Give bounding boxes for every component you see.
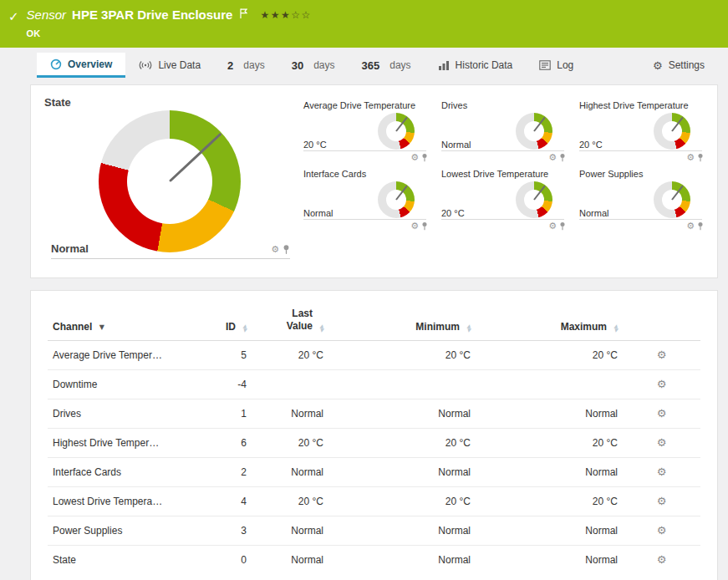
- gauge-tile-interface-cards[interactable]: Interface Cards Normal ⚙: [303, 169, 428, 231]
- gauges-panel: State Normal ⚙ Average Drive Temperature…: [30, 84, 718, 278]
- channel-settings-gear-icon[interactable]: ⚙: [657, 349, 667, 361]
- table-row[interactable]: Drives 1 Normal Normal Normal ⚙: [48, 399, 700, 429]
- cell-channel: Downtime: [48, 370, 198, 399]
- tab-365-days-number: 365: [362, 59, 380, 72]
- historic-data-icon: [438, 60, 450, 70]
- pin-icon[interactable]: [421, 221, 428, 231]
- cell-channel: Drives: [48, 399, 198, 429]
- column-header-minimum[interactable]: Minimum ▲▼: [328, 294, 476, 341]
- pin-icon[interactable]: [697, 221, 704, 231]
- channel-gauge-value: 20 °C: [441, 208, 465, 218]
- column-header-channel[interactable]: Channel ▼: [48, 294, 198, 341]
- sort-toggle-icon: ▲▼: [613, 323, 618, 332]
- gauge-tile-power-supplies[interactable]: Power Supplies Normal ⚙: [579, 169, 704, 231]
- sensor-status-badge: OK: [27, 28, 312, 38]
- object-type-label: Sensor: [27, 8, 67, 22]
- channels-table-card: Channel ▼ ID ▲▼ Last Value ▲▼ Minimum ▲▼…: [30, 290, 718, 580]
- gauge-settings-gear-icon[interactable]: ⚙: [410, 153, 419, 162]
- page-title: HPE 3PAR Drive Enclosure: [72, 8, 232, 22]
- divider: [303, 150, 426, 151]
- cell-channel: Power Supplies: [48, 516, 198, 546]
- channel-gauge-value: Normal: [303, 208, 333, 218]
- column-header-id[interactable]: ID ▲▼: [198, 294, 252, 341]
- table-row[interactable]: Power Supplies 3 Normal Normal Normal ⚙: [48, 516, 700, 546]
- channel-gauge-label: Power Supplies: [579, 169, 704, 179]
- log-icon: [539, 60, 551, 70]
- column-header-edit: [623, 294, 700, 341]
- table-row[interactable]: Interface Cards 2 Normal Normal Normal ⚙: [48, 458, 700, 487]
- tab-2-days[interactable]: 2 days: [214, 53, 278, 78]
- cell-maximum: Normal: [476, 458, 623, 487]
- gauge-tile-lowest-drive-temperature[interactable]: Lowest Drive Temperature 20 °C ⚙: [441, 169, 566, 231]
- gauge-settings-gear-icon[interactable]: ⚙: [548, 153, 557, 162]
- flag-icon[interactable]: [240, 8, 247, 21]
- channel-settings-gear-icon[interactable]: ⚙: [657, 524, 667, 537]
- channel-settings-gear-icon[interactable]: ⚙: [657, 436, 667, 449]
- table-row[interactable]: Highest Drive Temper… 6 20 °C 20 °C 20 °…: [48, 429, 700, 458]
- column-header-last-value[interactable]: Last Value ▲▼: [252, 294, 328, 341]
- state-gauge-area: Normal ⚙: [44, 97, 295, 266]
- overview-icon: [50, 59, 62, 70]
- channel-gauge-label: Lowest Drive Temperature: [441, 169, 566, 179]
- sensor-header-text: Sensor HPE 3PAR Drive Enclosure ★★★☆☆ OK: [27, 8, 312, 38]
- gauge-tile-highest-drive-temperature[interactable]: Highest Drive Temperature 20 °C ⚙: [579, 100, 704, 162]
- channel-settings-gear-icon[interactable]: ⚙: [657, 553, 667, 566]
- tab-overview[interactable]: Overview: [37, 53, 125, 78]
- cell-channel: Average Drive Temper…: [48, 341, 198, 370]
- cell-id: 2: [198, 458, 252, 487]
- pin-icon[interactable]: [559, 153, 566, 162]
- tab-settings[interactable]: ⚙ Settings: [639, 53, 718, 78]
- channel-settings-gear-icon[interactable]: ⚙: [657, 407, 667, 420]
- table-row[interactable]: Lowest Drive Tempera… 4 20 °C 20 °C 20 °…: [48, 487, 700, 516]
- tab-live-data-label: Live Data: [158, 59, 201, 71]
- tab-log-label: Log: [557, 59, 573, 71]
- pin-icon[interactable]: [697, 153, 704, 162]
- tab-365-days-unit: days: [389, 59, 410, 71]
- tab-overview-label: Overview: [68, 59, 112, 70]
- cell-minimum: Normal: [328, 399, 476, 429]
- table-row[interactable]: Average Drive Temper… 5 20 °C 20 °C 20 °…: [48, 341, 700, 370]
- channel-gauge-value: 20 °C: [579, 140, 603, 150]
- sort-toggle-icon: ▲▼: [319, 323, 323, 332]
- channel-gauge-value: 20 °C: [303, 140, 327, 150]
- tab-historic-data[interactable]: Historic Data: [425, 53, 527, 78]
- column-header-maximum[interactable]: Maximum ▲▼: [476, 294, 623, 341]
- pin-icon[interactable]: [283, 244, 290, 255]
- tab-2-days-number: 2: [227, 59, 233, 72]
- gauge-tile-average-drive-temperature[interactable]: Average Drive Temperature 20 °C ⚙: [303, 100, 428, 162]
- cell-maximum: Normal: [476, 546, 623, 575]
- gauge-settings-gear-icon[interactable]: ⚙: [686, 221, 695, 231]
- table-row[interactable]: State 0 Normal Normal Normal ⚙: [48, 546, 700, 575]
- cell-maximum: 20 °C: [476, 429, 623, 458]
- channel-gauge: [378, 113, 415, 150]
- channel-settings-gear-icon[interactable]: ⚙: [657, 378, 667, 390]
- state-gauge: [99, 110, 241, 252]
- divider: [579, 219, 702, 220]
- state-value: Normal: [51, 242, 89, 255]
- gauge-settings-gear-icon[interactable]: ⚙: [686, 153, 695, 162]
- pin-icon[interactable]: [421, 153, 428, 162]
- gauge-settings-gear-icon[interactable]: ⚙: [410, 221, 419, 231]
- tab-historic-data-label: Historic Data: [456, 59, 513, 71]
- cell-last-value: Normal: [252, 458, 328, 487]
- sensor-header: ✓ Sensor HPE 3PAR Drive Enclosure ★★★☆☆ …: [0, 0, 728, 48]
- pin-icon[interactable]: [559, 221, 566, 231]
- priority-stars[interactable]: ★★★☆☆: [260, 9, 311, 21]
- table-row[interactable]: Downtime -4 ⚙: [48, 370, 700, 399]
- tab-live-data[interactable]: Live Data: [125, 53, 214, 78]
- divider: [579, 150, 702, 151]
- channel-gauge-value: Normal: [441, 140, 471, 150]
- channel-gauge-label: Drives: [441, 100, 566, 110]
- gauge-settings-gear-icon[interactable]: ⚙: [548, 221, 557, 231]
- channel-settings-gear-icon[interactable]: ⚙: [657, 466, 667, 478]
- channel-gauges-grid: Average Drive Temperature 20 °C ⚙ Drives…: [303, 97, 704, 266]
- gauge-tile-drives[interactable]: Drives Normal ⚙: [441, 100, 566, 162]
- cell-channel: Interface Cards: [48, 458, 198, 487]
- tab-365-days[interactable]: 365 days: [349, 53, 425, 78]
- gauge-settings-gear-icon[interactable]: ⚙: [271, 245, 279, 254]
- live-data-icon: [139, 60, 152, 70]
- tab-30-days[interactable]: 30 days: [278, 53, 349, 78]
- tab-log[interactable]: Log: [526, 53, 587, 78]
- channel-settings-gear-icon[interactable]: ⚙: [657, 495, 667, 507]
- cell-id: 3: [198, 516, 252, 546]
